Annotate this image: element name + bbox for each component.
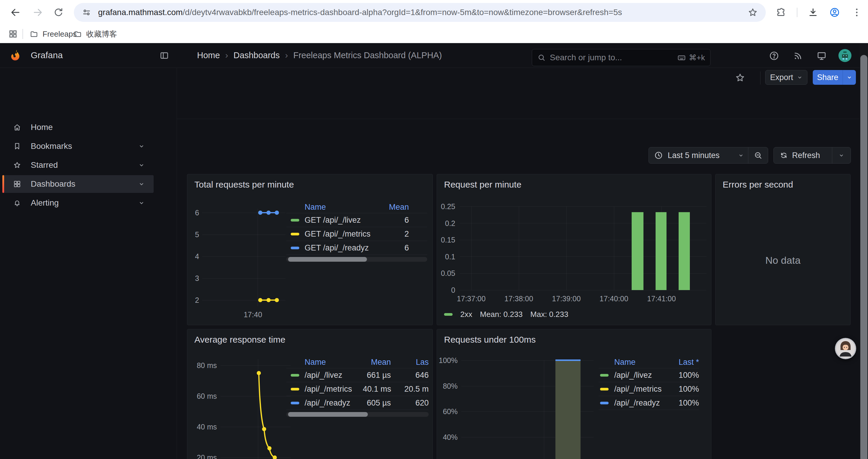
favorite-star-icon[interactable] — [735, 72, 745, 83]
search-box[interactable]: Search or jump to... ⌘+k — [532, 49, 711, 66]
legend-row[interactable]: /api/_/metrics40.1 ms20.5 m — [286, 382, 429, 396]
refresh-interval-button[interactable] — [832, 153, 850, 158]
page-scrollbar-thumb[interactable] — [860, 55, 867, 459]
folder-icon — [73, 30, 82, 38]
export-button[interactable]: Export — [765, 70, 807, 85]
svg-text:20 ms: 20 ms — [197, 453, 217, 459]
search-shortcut: ⌘+k — [677, 53, 705, 62]
legend-row[interactable]: /api/_/readyz605 µs620 — [286, 396, 429, 410]
brand-label: Grafana — [31, 50, 63, 60]
svg-text:0: 0 — [451, 286, 455, 294]
svg-text:0.05: 0.05 — [441, 269, 455, 277]
table-scrollbar-thumb[interactable] — [288, 412, 368, 417]
download-icon[interactable] — [808, 7, 818, 18]
chevron-down-icon — [138, 200, 145, 206]
legend-row[interactable]: GET /api/_/livez6 — [286, 213, 427, 227]
keyboard-icon — [677, 53, 686, 62]
folder-icon — [30, 30, 38, 38]
svg-text:0.2: 0.2 — [445, 219, 455, 227]
forward-icon[interactable] — [32, 7, 43, 18]
bookmark-folder-blogs[interactable]: 收藏博客 — [73, 28, 117, 40]
legend-series-name: 2xx — [460, 310, 472, 319]
share-button[interactable]: Share — [813, 73, 843, 82]
legend-table-header[interactable]: NameMeanLas — [286, 357, 429, 368]
breadcrumb-home[interactable]: Home — [197, 51, 220, 60]
legend-table-header[interactable]: NameMean — [286, 201, 427, 213]
table-scrollbar-thumb[interactable] — [288, 257, 367, 262]
breadcrumb-separator: › — [280, 50, 293, 60]
legend-row[interactable]: GET /api/_/metrics2 — [286, 227, 427, 241]
panel-title[interactable]: Average response time — [194, 335, 285, 345]
grafana-header: Grafana Home › Dashboards › Freeleaps Me… — [0, 43, 868, 68]
svg-text:4: 4 — [195, 252, 199, 261]
back-icon[interactable] — [10, 7, 21, 18]
panel-title[interactable]: Errors per second — [723, 179, 793, 190]
extensions-icon[interactable] — [776, 7, 786, 18]
legend-row[interactable]: /api/_/livez661 µs646 — [286, 368, 429, 382]
share-menu-button[interactable] — [843, 74, 856, 80]
user-avatar[interactable] — [838, 49, 851, 62]
time-range-picker[interactable]: Last 5 minutes — [668, 151, 738, 160]
breadcrumb: Home › Dashboards › Freeleaps Metrics Da… — [197, 50, 442, 60]
kebab-menu-icon[interactable] — [851, 7, 862, 18]
news-rss-icon[interactable] — [793, 51, 803, 61]
svg-text:80 ms: 80 ms — [197, 361, 217, 369]
refresh-group: Refresh — [773, 147, 851, 164]
panel-total-requests-per-minute: 6543217:40 Total requests per minute Nam… — [187, 174, 433, 325]
bookmarks-divider — [23, 29, 23, 39]
sidebar-toggle-icon[interactable] — [159, 51, 169, 60]
legend-color-pill — [444, 313, 453, 316]
series-color-pill — [291, 374, 299, 376]
refresh-icon — [780, 151, 788, 160]
svg-text:40%: 40% — [443, 433, 458, 441]
breadcrumb-current: Freeleaps Metrics Dashboard (ALPHA) — [293, 51, 442, 60]
breadcrumb-separator: › — [220, 50, 234, 60]
legend-row[interactable]: /api/_/readyz100% — [598, 396, 699, 410]
url-bar[interactable]: grafana.mathmast.com/d/deytv4rwavabkb/fr… — [74, 3, 766, 22]
panel-title[interactable]: Request per minute — [444, 179, 522, 190]
table-scrollbar[interactable] — [286, 412, 429, 417]
sidebar-item-home[interactable]: Home — [2, 119, 154, 136]
breadcrumb-dashboards[interactable]: Dashboards — [234, 51, 279, 60]
legend-table-header[interactable]: NameLast * — [598, 357, 699, 368]
sidebar-item-label: Starred — [31, 160, 138, 170]
table-scrollbar[interactable] — [286, 257, 427, 262]
panel-title[interactable]: Total requests per minute — [194, 179, 294, 190]
help-icon[interactable] — [769, 51, 779, 61]
bookmark-label: Freeleaps — [42, 30, 77, 39]
grafana-logo[interactable] — [8, 49, 21, 62]
bookmark-label: 收藏博客 — [86, 29, 117, 39]
sidebar-item-dashboards[interactable]: Dashboards — [2, 175, 154, 193]
site-settings-icon[interactable] — [82, 7, 92, 18]
apps-grid-icon[interactable] — [8, 29, 18, 39]
bookmark-star-icon[interactable] — [747, 7, 758, 18]
refresh-button[interactable]: Refresh — [792, 151, 832, 160]
profile-icon[interactable] — [829, 7, 840, 18]
floating-assistant-avatar[interactable] — [835, 338, 857, 359]
bookmarks-bar: Freeleaps 收藏博客 — [0, 25, 868, 43]
legend-row[interactable]: GET /api/_/readyz6 — [286, 241, 427, 255]
svg-text:17:38:00: 17:38:00 — [504, 294, 533, 303]
svg-text:0.1: 0.1 — [445, 253, 455, 261]
reload-icon[interactable] — [53, 7, 64, 18]
zoom-out-button[interactable] — [748, 151, 768, 160]
clock-icon — [654, 151, 663, 160]
sidebar: Home Bookmarks Starred Dashboards Alerti — [0, 68, 177, 459]
kiosk-monitor-icon[interactable] — [816, 51, 827, 61]
sidebar-item-label: Alerting — [31, 198, 138, 208]
panel-title[interactable]: Requests under 100ms — [444, 335, 536, 345]
series-color-pill — [600, 388, 609, 391]
url-path: /d/deytv4rwavabkb/freeleaps-metrics-dash… — [183, 8, 622, 17]
svg-text:80%: 80% — [443, 382, 458, 390]
chart-legend[interactable]: 2xx Mean: 0.233 Max: 0.233 — [444, 310, 568, 319]
sidebar-item-alerting[interactable]: Alerting — [2, 194, 154, 212]
svg-text:40 ms: 40 ms — [197, 423, 217, 431]
bookmark-folder-freeleaps[interactable]: Freeleaps — [30, 28, 77, 40]
sidebar-item-starred[interactable]: Starred — [2, 156, 154, 174]
legend-row[interactable]: /api/_/metrics100% — [598, 382, 699, 396]
chart-request-per-minute[interactable]: 0.250.20.150.10.05017:37:0017:38:0017:39… — [437, 174, 711, 325]
browser-toolbar: grafana.mathmast.com/d/deytv4rwavabkb/fr… — [0, 0, 868, 25]
sidebar-item-bookmarks[interactable]: Bookmarks — [2, 137, 154, 155]
legend-row[interactable]: /api/_/livez100% — [598, 368, 699, 382]
screen: grafana.mathmast.com/d/deytv4rwavabkb/fr… — [0, 0, 868, 459]
